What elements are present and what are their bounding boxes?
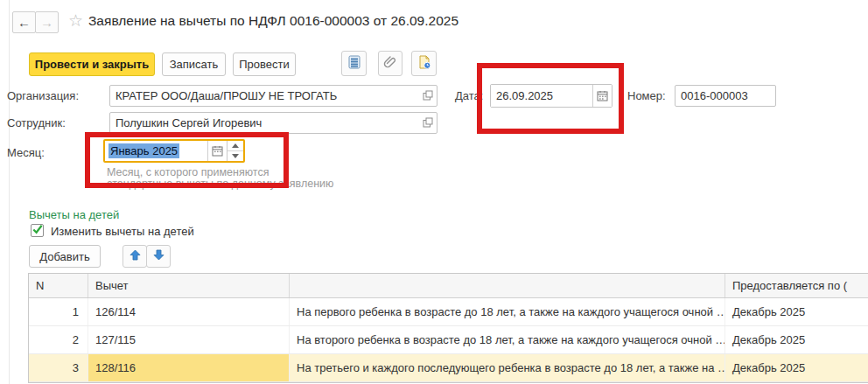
date-input[interactable] (491, 85, 592, 107)
month-value-area[interactable]: Январь 2025 (105, 141, 207, 161)
cell-row-number[interactable]: 1 (29, 298, 88, 325)
spin-up-icon[interactable] (228, 141, 243, 151)
window-edge-divider (9, 0, 10, 384)
table-row[interactable]: 2 127/115 На второго ребенка в возрасте … (29, 326, 868, 354)
cell-description[interactable]: На первого ребенка в возрасте до 18 лет,… (290, 298, 725, 325)
number-input[interactable] (675, 85, 776, 107)
save-button[interactable]: Записать (162, 52, 226, 76)
cell-deduction-code[interactable]: 127/115 (88, 326, 290, 353)
change-children-deductions-label[interactable]: Изменить вычеты на детей (51, 225, 194, 238)
cell-provided-until[interactable]: Декабрь 2025 (725, 326, 868, 353)
cell-deduction-code-active[interactable]: 128/116 (88, 354, 290, 381)
column-header-provided-until[interactable]: Предоставляется по ( (725, 274, 868, 297)
post-and-close-button[interactable]: Провести и закрыть (29, 52, 155, 76)
deductions-table: N Вычет Предоставляется по ( 1 126/114 Н… (28, 273, 868, 383)
number-label: Номер: (627, 89, 666, 102)
column-header-description[interactable] (290, 274, 725, 297)
open-link-icon[interactable] (422, 89, 434, 101)
cell-deduction-code[interactable]: 126/114 (88, 298, 290, 325)
children-deductions-section-title: Вычеты на детей (29, 208, 119, 221)
post-button[interactable]: Провести (233, 52, 296, 76)
cell-description[interactable]: На третьего и каждого последующего ребен… (290, 354, 725, 381)
forward-button[interactable]: → (35, 11, 59, 33)
month-selected-text: Январь 2025 (108, 143, 179, 158)
column-header-n[interactable]: N (29, 274, 88, 297)
page-title: Заявление на вычеты по НДФЛ 0016-000003 … (88, 13, 458, 29)
move-row-up-button[interactable] (122, 245, 147, 268)
document-clock-icon (417, 55, 431, 72)
table-header-row: N Вычет Предоставляется по ( (29, 274, 868, 298)
cell-row-number[interactable]: 3 (29, 354, 88, 381)
organization-label: Организация: (7, 89, 79, 102)
table-row[interactable]: 1 126/114 На первого ребенка в возрасте … (29, 298, 868, 326)
cell-description[interactable]: На второго ребенка в возрасте до 18 лет,… (290, 326, 725, 353)
deduction-application-form: ← → ☆ Заявление на вычеты по НДФЛ 0016-0… (0, 0, 868, 384)
month-label: Месяц: (7, 146, 45, 159)
arrow-down-icon (153, 249, 164, 263)
move-row-down-button[interactable] (146, 245, 171, 268)
register-records-icon (348, 55, 360, 72)
back-button[interactable]: ← (12, 11, 36, 33)
arrow-up-icon (130, 249, 141, 263)
date-label: Дата: (455, 89, 483, 102)
month-hint-line1: Месяц, с которого применяются (107, 166, 269, 178)
month-calendar-icon[interactable] (207, 141, 227, 161)
paperclip-icon (383, 55, 397, 72)
calendar-icon[interactable] (592, 85, 612, 107)
spin-down-icon[interactable] (228, 151, 243, 161)
checkmark-icon (32, 223, 44, 238)
employee-label: Сотрудник: (7, 116, 66, 129)
attachments-button[interactable] (378, 51, 402, 76)
favorite-star-icon[interactable]: ☆ (68, 10, 83, 31)
cell-row-number[interactable]: 2 (29, 326, 88, 353)
forward-arrow-icon: → (40, 15, 53, 30)
change-children-deductions-checkbox[interactable] (31, 224, 44, 237)
column-header-deduction[interactable]: Вычет (88, 274, 290, 297)
organization-input[interactable] (109, 85, 438, 107)
month-hint-line2: стандартные вычеты по данному заявлению (107, 178, 333, 190)
cell-provided-until[interactable]: Декабрь 2025 (725, 298, 868, 325)
back-arrow-icon: ← (18, 15, 31, 30)
register-records-button[interactable] (341, 51, 367, 76)
month-field[interactable]: Январь 2025 (103, 139, 245, 163)
employee-input[interactable] (109, 112, 438, 134)
add-row-button[interactable]: Добавить (29, 245, 101, 268)
month-spinner[interactable] (227, 141, 243, 161)
open-link-icon[interactable] (422, 116, 434, 129)
cell-provided-until[interactable]: Декабрь 2025 (725, 354, 868, 381)
create-based-on-button[interactable] (411, 51, 437, 76)
table-row-selected[interactable]: 3 128/116 На третьего и каждого последую… (29, 354, 868, 382)
